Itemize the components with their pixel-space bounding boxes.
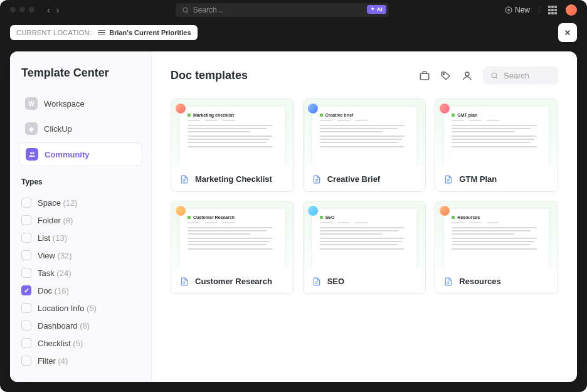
card-title: Customer Research xyxy=(195,277,272,286)
breadcrumb-bar: CURRENT LOCATION: Brian's Current Priori… xyxy=(0,19,587,46)
type-filter-doc[interactable]: Doc (16) xyxy=(19,282,142,299)
types-label: Types xyxy=(21,177,142,186)
card-preview: GMT plan xyxy=(435,99,558,167)
template-search-input[interactable]: Search xyxy=(483,66,558,85)
apps-grid-button[interactable] xyxy=(548,6,557,14)
document-icon xyxy=(180,277,189,286)
new-button[interactable]: New xyxy=(505,6,530,14)
traffic-light-dot[interactable] xyxy=(29,7,34,13)
close-button[interactable] xyxy=(558,23,577,42)
type-label: Doc (16) xyxy=(38,286,69,295)
card-title: Creative Brief xyxy=(327,174,381,184)
checkbox[interactable] xyxy=(21,356,31,366)
checkbox[interactable] xyxy=(21,320,31,331)
type-filter-list[interactable]: List (13) xyxy=(19,229,142,246)
template-card-resources[interactable]: Resources Resources xyxy=(435,201,558,294)
user-avatar[interactable] xyxy=(566,4,577,16)
author-avatar xyxy=(175,205,186,216)
nav-back-button[interactable]: ‹ xyxy=(47,5,50,15)
search-icon xyxy=(182,6,189,14)
type-label: Dashboard (8) xyxy=(38,321,90,331)
type-filter-view[interactable]: View (32) xyxy=(19,246,142,264)
type-filter-space[interactable]: Space (12) xyxy=(19,194,142,211)
type-filter-checklist[interactable]: Checklist (5) xyxy=(19,334,142,352)
preview-title: Resources xyxy=(452,215,541,220)
svg-point-0 xyxy=(183,8,188,12)
type-filter-dashboard[interactable]: Dashboard (8) xyxy=(19,317,142,334)
page-title: Doc templates xyxy=(171,69,248,82)
checkbox[interactable] xyxy=(21,233,31,243)
ai-chip[interactable]: ✦AI xyxy=(367,5,386,14)
svg-point-8 xyxy=(33,152,34,154)
person-icon[interactable] xyxy=(462,70,473,82)
community-icon xyxy=(26,148,38,161)
plus-circle-icon xyxy=(505,6,512,14)
card-preview: SEO xyxy=(304,201,426,269)
preview-title: Creative brief xyxy=(320,113,410,117)
traffic-light-dot[interactable] xyxy=(10,7,16,13)
card-preview: Creative brief xyxy=(304,99,426,167)
document-icon xyxy=(312,277,321,286)
svg-point-12 xyxy=(492,73,497,78)
card-title: Resources xyxy=(459,277,500,286)
preview-title: SEO xyxy=(320,215,410,220)
template-card-creative-brief[interactable]: Creative brief Creative Brief xyxy=(303,98,426,192)
checkbox[interactable] xyxy=(21,198,31,208)
checkbox[interactable] xyxy=(21,285,31,295)
author-avatar xyxy=(175,103,186,114)
checkbox[interactable] xyxy=(21,303,31,313)
template-card-marketing-checklist[interactable]: Marketing checklist Marketing Checklist xyxy=(171,98,294,192)
card-footer: Resources xyxy=(435,269,558,294)
traffic-light-dot[interactable] xyxy=(19,7,25,13)
card-preview: Marketing checklist xyxy=(171,99,294,167)
type-label: Checklist (5) xyxy=(38,339,83,348)
card-title: Marketing Checklist xyxy=(195,174,272,184)
location-chip[interactable]: CURRENT LOCATION: Brian's Current Priori… xyxy=(10,25,198,40)
type-label: Task (24) xyxy=(38,268,71,278)
search-icon xyxy=(490,72,499,80)
tag-icon[interactable] xyxy=(440,70,452,82)
svg-rect-9 xyxy=(420,73,429,80)
card-title: GTM Plan xyxy=(459,174,497,184)
type-label: Location Info (5) xyxy=(38,304,97,313)
nav-forward-button[interactable]: › xyxy=(56,5,60,15)
card-footer: SEO xyxy=(304,269,426,294)
source-community[interactable]: Community xyxy=(19,142,142,166)
template-card-customer-research[interactable]: Customer Research Customer Research xyxy=(171,201,294,294)
card-preview: Resources xyxy=(435,201,558,269)
type-filter-folder[interactable]: Folder (8) xyxy=(19,211,142,229)
clickup-icon: ◆ xyxy=(25,122,38,135)
sidebar-title: Template Center xyxy=(19,66,142,80)
checkbox[interactable] xyxy=(21,215,31,225)
document-icon xyxy=(444,175,453,184)
template-card-gtm-plan[interactable]: GMT plan GTM Plan xyxy=(435,98,558,192)
window-controls xyxy=(10,7,34,13)
briefcase-icon[interactable] xyxy=(419,70,430,82)
main-content: Doc templates Search Marketing checklist xyxy=(152,51,577,382)
type-label: List (13) xyxy=(38,233,67,243)
card-footer: Marketing Checklist xyxy=(171,167,294,191)
preview-title: GMT plan xyxy=(452,113,541,117)
type-label: View (32) xyxy=(38,251,72,260)
type-filter-task[interactable]: Task (24) xyxy=(19,264,142,282)
svg-point-11 xyxy=(465,72,469,76)
author-avatar xyxy=(307,205,319,216)
sidebar: Template Center W Workspace ◆ ClickUp Co… xyxy=(10,51,152,382)
list-icon xyxy=(98,30,105,36)
global-search-input[interactable]: Search... ✦AI xyxy=(176,3,389,17)
type-filter-filter[interactable]: Filter (4) xyxy=(19,352,142,369)
source-workspace[interactable]: W Workspace xyxy=(19,92,142,115)
card-footer: Customer Research xyxy=(171,269,294,294)
source-clickup[interactable]: ◆ ClickUp xyxy=(19,117,142,140)
preview-title: Customer Research xyxy=(188,215,277,220)
document-icon xyxy=(312,175,321,184)
checkbox[interactable] xyxy=(21,268,31,278)
card-title: SEO xyxy=(327,277,344,286)
type-filter-location-info[interactable]: Location Info (5) xyxy=(19,299,142,317)
template-center-panel: Template Center W Workspace ◆ ClickUp Co… xyxy=(10,51,577,382)
checkbox[interactable] xyxy=(21,338,31,348)
svg-line-1 xyxy=(187,11,188,13)
checkbox[interactable] xyxy=(21,250,31,260)
template-card-seo[interactable]: SEO SEO xyxy=(303,201,426,294)
type-label: Filter (4) xyxy=(38,356,68,366)
